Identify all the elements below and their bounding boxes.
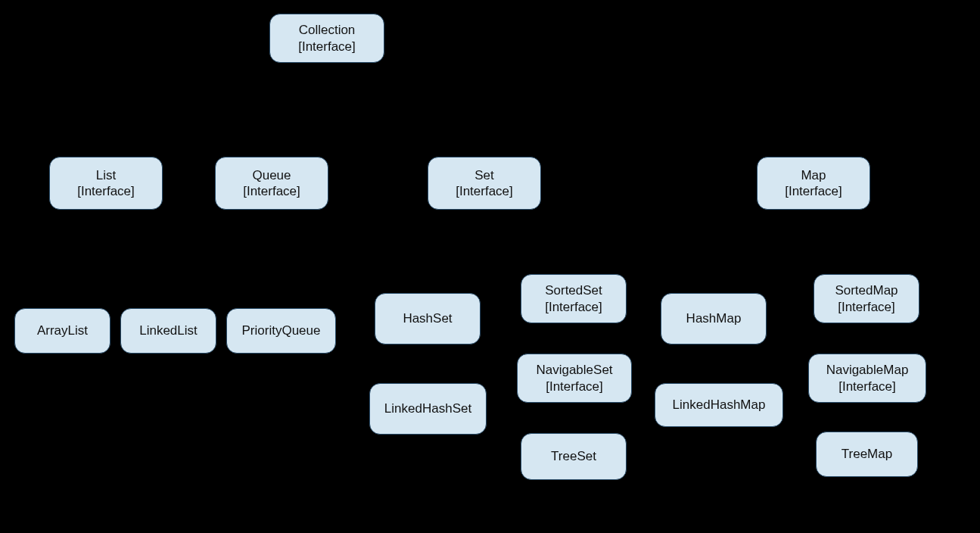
node-sortedmap: SortedMap [Interface] xyxy=(814,274,919,323)
node-subtitle: [Interface] xyxy=(456,183,513,199)
node-title: LinkedHashSet xyxy=(384,401,471,416)
node-title: PriorityQueue xyxy=(242,323,321,338)
node-title: Queue xyxy=(252,167,291,183)
node-title: LinkedList xyxy=(139,323,198,338)
node-navigablemap: NavigableMap [Interface] xyxy=(808,354,926,403)
node-subtitle: [Interface] xyxy=(545,299,602,315)
node-title: SortedMap xyxy=(835,282,898,298)
node-title: Collection xyxy=(299,22,356,38)
node-subtitle: [Interface] xyxy=(243,183,300,199)
node-subtitle: [Interface] xyxy=(838,299,895,315)
node-title: NavigableMap xyxy=(826,362,909,378)
node-hashset: HashSet xyxy=(375,293,481,344)
node-subtitle: [Interface] xyxy=(77,183,135,199)
node-map: Map [Interface] xyxy=(757,157,870,210)
node-title: List xyxy=(96,167,116,183)
node-subtitle: [Interface] xyxy=(546,379,603,394)
node-linkedhashset: LinkedHashSet xyxy=(369,383,487,435)
node-list: List [Interface] xyxy=(49,157,163,210)
node-treemap: TreeMap xyxy=(816,432,918,477)
node-title: LinkedHashMap xyxy=(673,397,766,413)
node-set: Set [Interface] xyxy=(428,157,541,210)
node-collection: Collection [Interface] xyxy=(269,14,384,63)
node-title: NavigableSet xyxy=(536,362,612,378)
node-queue: Queue [Interface] xyxy=(215,157,328,210)
svg-line-13 xyxy=(503,210,575,275)
node-title: Set xyxy=(474,167,494,183)
svg-line-19 xyxy=(711,344,717,383)
svg-line-12 xyxy=(428,210,469,291)
svg-line-17 xyxy=(711,210,801,295)
node-priorityqueue: PriorityQueue xyxy=(226,308,336,354)
node-subtitle: [Interface] xyxy=(838,379,896,394)
node-linkedhashmap: LinkedHashMap xyxy=(655,383,783,427)
node-title: HashSet xyxy=(403,310,452,326)
node-treeset: TreeSet xyxy=(521,433,627,480)
node-title: HashMap xyxy=(686,310,742,326)
node-linkedlist: LinkedList xyxy=(120,308,216,354)
svg-line-18 xyxy=(825,210,866,275)
node-title: ArrayList xyxy=(37,323,88,338)
node-subtitle: [Interface] xyxy=(785,183,842,199)
node-title: TreeMap xyxy=(842,446,892,462)
node-navigableset: NavigableSet [Interface] xyxy=(517,354,632,403)
node-sortedset: SortedSet [Interface] xyxy=(521,274,627,323)
node-hashmap: HashMap xyxy=(661,293,767,344)
node-title: SortedSet xyxy=(545,282,602,298)
node-subtitle: [Interface] xyxy=(298,39,356,55)
node-title: TreeSet xyxy=(551,448,596,464)
node-arraylist: ArrayList xyxy=(14,308,110,354)
node-title: Map xyxy=(801,167,826,183)
